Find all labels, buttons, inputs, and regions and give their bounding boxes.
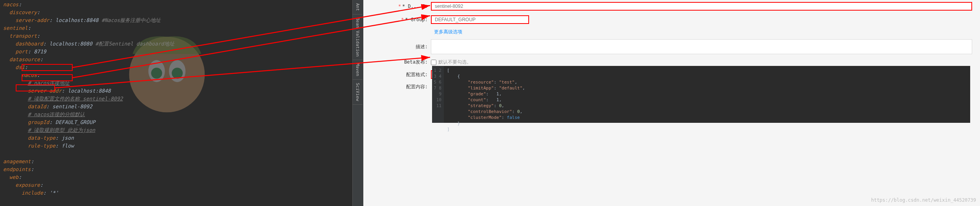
more-options-link[interactable]: 更多高级选项 <box>434 29 972 35</box>
beta-checkbox-input[interactable] <box>431 60 436 65</box>
ide-right-sidebar: Ant Bean Validation Maven SciView <box>352 0 363 206</box>
group-label: ** Group: <box>395 17 431 22</box>
beta-checkbox-label: 默认不要勾选。 <box>438 59 471 66</box>
desc-label: 描述: <box>395 44 431 50</box>
json-code[interactable]: [ { "resource": "test", "limitApp": "def… <box>444 66 970 123</box>
format-label: 配置格式: <box>395 71 431 78</box>
beta-label: Beta发布: <box>395 59 431 66</box>
group-input[interactable] <box>431 15 529 24</box>
sidebar-tab-bean[interactable]: Bean Validation <box>353 15 363 60</box>
content-label: 配置内容: <box>395 84 431 90</box>
yaml-editor[interactable]: nacos: discovery: server-addr: localhost… <box>3 1 174 197</box>
sidebar-tab-sciview[interactable]: SciView <box>353 80 363 104</box>
nacos-config-form: ** D... I: ** Group: 更多高级选项 描述: Beta发布: … <box>363 0 980 206</box>
line-gutter: 1 2 3 4 5 6 7 8 9 10 11 <box>432 66 444 123</box>
config-content-editor[interactable]: 1 2 3 4 5 6 7 8 9 10 11 [ { "resource": … <box>432 66 970 123</box>
code-editor-panel: nacos: discovery: server-addr: localhost… <box>0 0 363 206</box>
dataid-label: ** D... I: <box>395 4 431 9</box>
sidebar-tab-maven[interactable]: Maven <box>353 60 363 80</box>
desc-textarea[interactable] <box>431 39 972 54</box>
watermark-text: https://blog.csdn.net/weixin_44520739 <box>871 197 976 203</box>
dataid-input[interactable] <box>431 2 972 11</box>
beta-checkbox[interactable]: 默认不要勾选。 <box>431 59 471 66</box>
sidebar-tab-ant[interactable]: Ant <box>353 0 363 15</box>
